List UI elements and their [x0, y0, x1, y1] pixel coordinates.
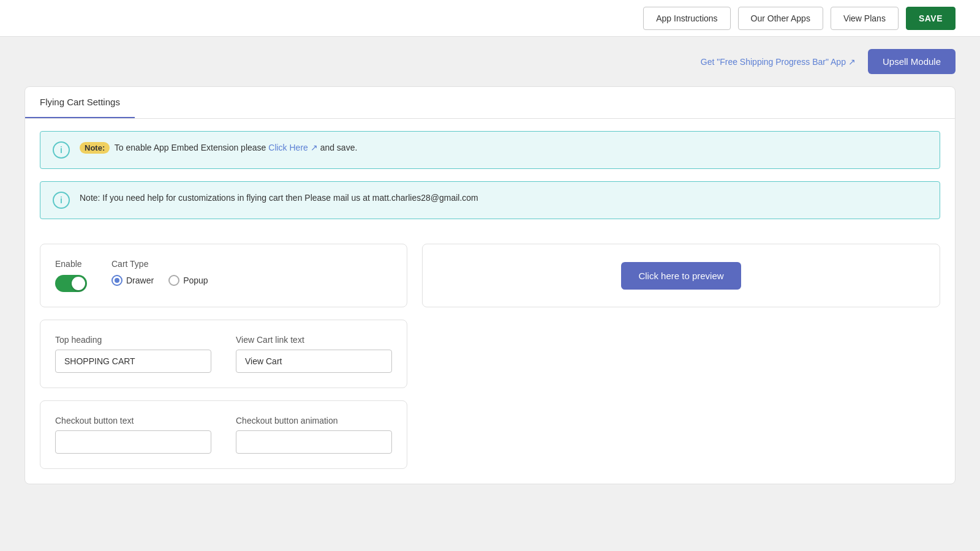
note-label-1: Note: [80, 142, 110, 154]
cart-type-label: Cart Type [111, 259, 208, 269]
checkout-button-animation-group: Checkout button animation [236, 416, 392, 454]
free-shipping-link[interactable]: Get "Free Shipping Progress Bar" App ↗ [701, 57, 856, 67]
cart-type-radio-group: Drawer Popup [111, 275, 208, 286]
top-heading-row: Top heading View Cart link text [25, 320, 955, 400]
top-heading-field-group: Top heading [55, 335, 211, 373]
notice-icon-2: i [53, 192, 70, 209]
notice-box-2: i Note: If you need help for customizati… [40, 181, 940, 219]
header: App Instructions Our Other Apps View Pla… [0, 0, 980, 37]
cart-type-field-group: Cart Type Drawer Popup [111, 259, 208, 286]
checkout-button-text-label: Checkout button text [55, 416, 211, 425]
checkout-button-animation-input[interactable] [236, 430, 392, 454]
upsell-module-button[interactable]: Upsell Module [868, 49, 956, 74]
enable-cart-type-panel: Enable Cart Type Dra [40, 244, 407, 307]
view-cart-link-label: View Cart link text [236, 335, 392, 345]
top-heading-spacer [422, 320, 940, 388]
notice-text-1: Note: To enable App Embed Extension plea… [80, 141, 357, 154]
notice-text-before-link: To enable App Embed Extension please [115, 143, 268, 152]
notice-icon-1: i [53, 141, 70, 159]
app-instructions-button[interactable]: App Instructions [643, 7, 730, 30]
checkout-button-text-group: Checkout button text [55, 416, 211, 454]
top-heading-fields: Top heading View Cart link text [55, 335, 392, 373]
enable-label: Enable [55, 259, 87, 269]
popup-radio-label: Popup [183, 276, 208, 285]
notice-box-1: i Note: To enable App Embed Extension pl… [40, 131, 940, 169]
drawer-radio-button[interactable] [111, 275, 123, 286]
top-heading-panel: Top heading View Cart link text [40, 320, 407, 388]
save-button[interactable]: SAVE [906, 7, 956, 30]
enable-preview-row: Enable Cart Type Dra [25, 231, 955, 320]
checkout-row: Checkout button text Checkout button ani… [25, 400, 955, 484]
main-content: Get "Free Shipping Progress Bar" App ↗ U… [0, 37, 980, 551]
checkout-button-animation-label: Checkout button animation [236, 416, 392, 425]
enable-toggle-container [55, 275, 87, 292]
notice-text-2: Note: If you need help for customization… [80, 192, 478, 204]
settings-card: Flying Cart Settings i Note: To enable A… [24, 86, 956, 484]
click-here-to-preview-button[interactable]: Click here to preview [621, 262, 741, 290]
toggle-knob [72, 277, 85, 290]
flying-cart-settings-tab[interactable]: Flying Cart Settings [25, 87, 135, 118]
enable-field-group: Enable [55, 259, 87, 292]
top-heading-input[interactable] [55, 350, 211, 373]
top-row: Get "Free Shipping Progress Bar" App ↗ U… [24, 49, 956, 74]
drawer-radio-option[interactable]: Drawer [111, 275, 154, 286]
settings-tab-bar: Flying Cart Settings [25, 87, 955, 119]
view-cart-link-field-group: View Cart link text [236, 335, 392, 373]
checkout-fields: Checkout button text Checkout button ani… [55, 416, 392, 454]
view-cart-link-input[interactable] [236, 350, 392, 373]
enable-toggle[interactable] [55, 275, 87, 292]
our-other-apps-button[interactable]: Our Other Apps [738, 7, 823, 30]
top-heading-label: Top heading [55, 335, 211, 345]
enable-cart-type-fields: Enable Cart Type Dra [55, 259, 392, 292]
drawer-radio-label: Drawer [126, 276, 154, 285]
click-here-link[interactable]: Click Here ↗ [268, 143, 317, 152]
free-shipping-link-text: Get "Free Shipping Progress Bar" App [701, 57, 846, 67]
external-link-icon: ↗ [848, 57, 856, 67]
popup-radio-option[interactable]: Popup [168, 275, 208, 286]
popup-radio-button[interactable] [168, 275, 179, 286]
preview-panel: Click here to preview [422, 244, 940, 307]
notice-text-after-link: and save. [320, 143, 358, 152]
checkout-button-text-input[interactable] [55, 430, 211, 454]
checkout-spacer [422, 400, 940, 469]
checkout-panel: Checkout button text Checkout button ani… [40, 400, 407, 469]
view-plans-button[interactable]: View Plans [831, 7, 899, 30]
